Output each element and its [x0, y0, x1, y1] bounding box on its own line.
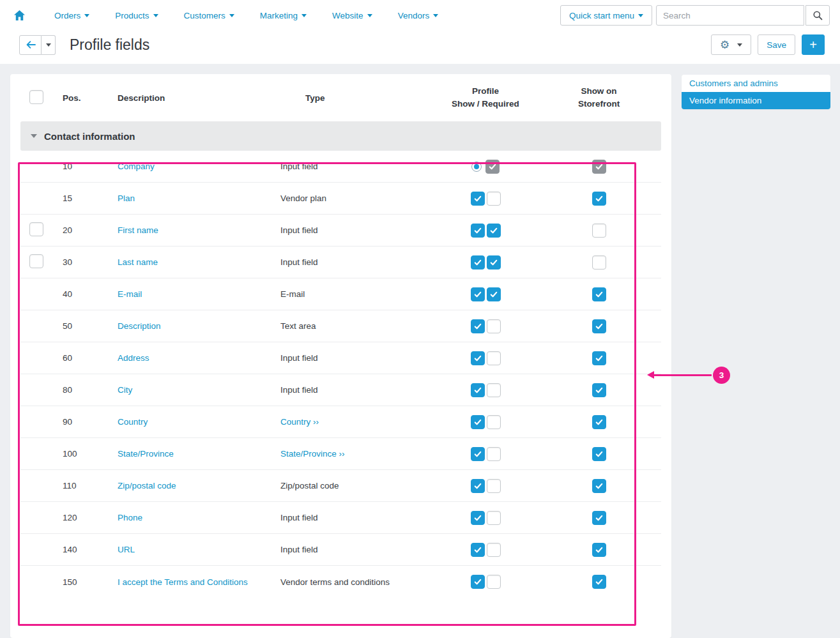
row-description-link[interactable]: Plan: [118, 194, 135, 203]
profile-required-checkbox[interactable]: [487, 415, 501, 429]
profile-show-control[interactable]: [471, 415, 485, 429]
profile-required-checkbox[interactable]: [487, 447, 501, 461]
storefront-checkbox[interactable]: [592, 160, 606, 174]
storefront-checkbox[interactable]: [592, 415, 606, 429]
page-title: Profile fields: [70, 36, 149, 54]
storefront-checkbox[interactable]: [592, 479, 606, 493]
row-description-link[interactable]: State/Province: [118, 449, 174, 459]
select-all-checkbox[interactable]: [29, 90, 43, 104]
row-description-link[interactable]: City: [118, 385, 132, 395]
search-button[interactable]: [806, 5, 830, 26]
profile-show-control[interactable]: [471, 543, 485, 557]
row-description-link[interactable]: Description: [118, 321, 161, 331]
storefront-checkbox[interactable]: [592, 287, 606, 301]
storefront-checkbox[interactable]: [592, 224, 606, 238]
chevron-down-icon: [46, 43, 51, 47]
profile-show-control[interactable]: [471, 479, 485, 493]
profile-required-checkbox[interactable]: [487, 575, 501, 589]
profile-show-control[interactable]: [471, 224, 485, 238]
profile-required-checkbox[interactable]: [487, 543, 501, 557]
profile-required-checkbox[interactable]: [487, 287, 501, 301]
nav-item-customers[interactable]: Customers: [184, 11, 234, 20]
row-description-link[interactable]: I accept the Terms and Conditions: [118, 577, 248, 587]
nav-item-orders[interactable]: Orders: [54, 11, 89, 20]
row-type: Country ››: [280, 417, 319, 427]
nav-item-vendors[interactable]: Vendors: [398, 11, 439, 20]
row-description-link[interactable]: Last name: [118, 257, 158, 267]
collapse-icon: [31, 134, 37, 138]
add-button[interactable]: +: [802, 34, 825, 55]
row-description-link[interactable]: E-mail: [118, 289, 142, 299]
search-group: [656, 5, 830, 26]
row-type: Input field: [280, 353, 318, 363]
row-description-link[interactable]: URL: [118, 545, 135, 554]
profile-required-checkbox[interactable]: [485, 160, 500, 174]
storefront-checkbox[interactable]: [592, 255, 606, 270]
profile-required-checkbox[interactable]: [487, 192, 501, 206]
main-content: Pos. Description Type Profile Show / Req…: [0, 64, 840, 638]
profile-show-control[interactable]: [471, 447, 485, 461]
profile-show-control[interactable]: [471, 511, 485, 525]
profile-show-control[interactable]: [471, 575, 485, 589]
storefront-checkbox[interactable]: [592, 383, 606, 397]
table-row: 50 Description Text area: [20, 310, 661, 342]
table-row: 150 I accept the Terms and Conditions Ve…: [20, 566, 661, 598]
table-row: 100 State/Province State/Province ››: [20, 438, 661, 470]
row-pos: 30: [50, 257, 109, 267]
row-description-link[interactable]: Zip/postal code: [118, 481, 176, 490]
row-description-link[interactable]: First name: [118, 225, 158, 235]
section-contact-information[interactable]: Contact information: [20, 121, 661, 151]
column-header-storefront: Show on Storefront: [562, 85, 636, 110]
row-description-link[interactable]: Phone: [118, 513, 142, 522]
storefront-checkbox[interactable]: [592, 319, 606, 333]
row-type: Zip/postal code: [280, 481, 339, 490]
storefront-checkbox[interactable]: [592, 543, 606, 557]
storefront-checkbox[interactable]: [592, 351, 606, 365]
sidebar: Customers and admins Vendor information: [682, 75, 830, 109]
sidebar-item-vendor-information[interactable]: Vendor information: [682, 92, 830, 109]
profile-show-control[interactable]: [471, 255, 485, 270]
search-input[interactable]: [656, 5, 804, 26]
quick-start-menu-button[interactable]: Quick start menu: [560, 5, 652, 26]
row-type: Input field: [280, 162, 318, 171]
row-pos: 15: [50, 194, 109, 203]
profile-required-checkbox[interactable]: [487, 319, 501, 333]
profile-required-checkbox[interactable]: [487, 511, 501, 525]
row-description-link[interactable]: Company: [118, 162, 155, 171]
back-dropdown-button[interactable]: [42, 35, 56, 55]
nav-item-website[interactable]: Website: [332, 11, 372, 20]
profile-show-control[interactable]: [471, 383, 485, 397]
row-description-link[interactable]: Address: [118, 353, 149, 363]
back-button[interactable]: [19, 35, 42, 55]
profile-required-checkbox[interactable]: [487, 255, 501, 270]
profile-required-checkbox[interactable]: [487, 383, 501, 397]
settings-gear-button[interactable]: ⚙: [711, 34, 751, 55]
save-button[interactable]: Save: [758, 34, 795, 55]
storefront-checkbox[interactable]: [592, 447, 606, 461]
profile-required-checkbox[interactable]: [487, 479, 501, 493]
row-select-checkbox[interactable]: [29, 254, 43, 268]
column-header-profile: Profile Show / Required: [409, 85, 562, 110]
profile-show-control[interactable]: [471, 351, 485, 365]
profile-show-control[interactable]: [471, 162, 482, 172]
profile-required-checkbox[interactable]: [487, 351, 501, 365]
row-pos: 50: [50, 321, 109, 331]
top-nav: Orders Products Customers Marketing Webs…: [0, 0, 840, 31]
profile-show-control[interactable]: [471, 319, 485, 333]
storefront-checkbox[interactable]: [592, 192, 606, 206]
column-header-pos: Pos.: [50, 93, 109, 103]
row-pos: 10: [50, 162, 109, 171]
profile-show-control[interactable]: [471, 287, 485, 301]
profile-required-checkbox[interactable]: [487, 224, 501, 238]
storefront-checkbox[interactable]: [592, 511, 606, 525]
nav-item-products[interactable]: Products: [115, 11, 158, 20]
row-select-checkbox[interactable]: [29, 222, 43, 236]
sidebar-item-customers-and-admins[interactable]: Customers and admins: [682, 75, 830, 92]
home-icon[interactable]: [10, 10, 29, 20]
profile-show-control[interactable]: [471, 192, 485, 206]
storefront-checkbox[interactable]: [592, 575, 606, 589]
nav-item-marketing[interactable]: Marketing: [260, 11, 307, 20]
row-pos: 60: [50, 353, 109, 363]
row-type: Input field: [280, 513, 318, 522]
row-description-link[interactable]: Country: [118, 417, 148, 427]
